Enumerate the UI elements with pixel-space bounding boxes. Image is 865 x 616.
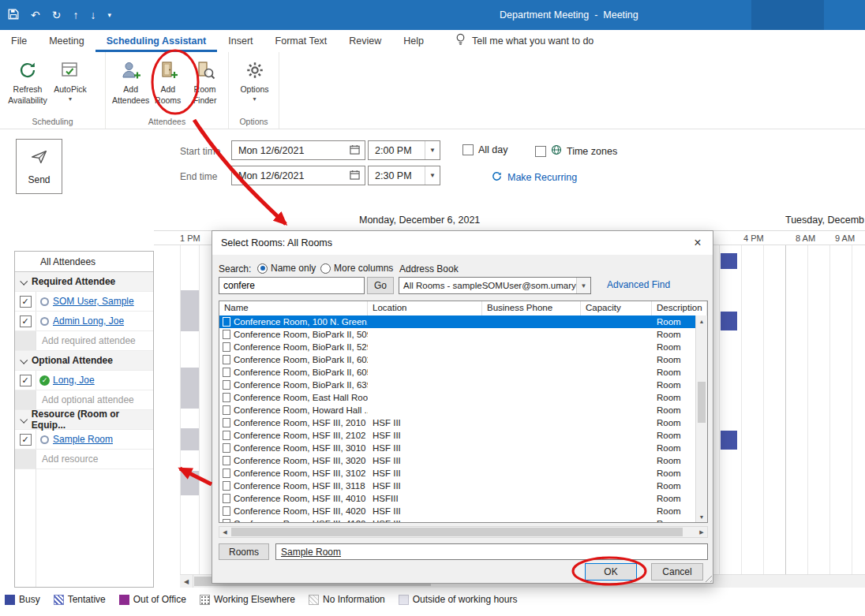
tell-me-search[interactable]: Tell me what you want to do	[455, 30, 594, 52]
scroll-up-icon[interactable]: ▲	[696, 315, 707, 327]
column-header-description[interactable]: Description	[652, 301, 707, 315]
end-date-field[interactable]: Mon 12/6/2021	[231, 166, 365, 185]
end-time-dropdown[interactable]: 2:30 PM ▼	[368, 166, 440, 185]
room-row[interactable]: Conference Room, HSF III, 3102 HSF III R…	[219, 467, 695, 480]
rooms-selection-field[interactable]: Sample Room	[275, 543, 708, 560]
attendee-link[interactable]: Admin Long, Joe	[53, 315, 124, 327]
resource-link[interactable]: Sample Room	[53, 434, 113, 445]
radio-selected-icon[interactable]	[257, 263, 268, 274]
attendee-link[interactable]: Long, Joe	[53, 375, 95, 386]
cancel-button[interactable]: Cancel	[651, 563, 703, 581]
ok-button[interactable]: OK	[585, 563, 637, 581]
room-row[interactable]: Conference Room, East Hall Roo... Room	[219, 391, 695, 404]
move-down-icon[interactable]: ↓	[90, 9, 95, 21]
room-row[interactable]: Conference Room, HSF III, 2102 HSF III R…	[219, 429, 695, 442]
tab-format-text[interactable]: Format Text	[264, 30, 339, 52]
send-label: Send	[28, 174, 50, 185]
room-row[interactable]: Conference Room, BioPark II, 509 Room	[219, 328, 695, 341]
undo-icon[interactable]: ↶	[31, 9, 40, 21]
start-time-dropdown[interactable]: 2:00 PM ▼	[368, 140, 440, 160]
name-only-radio[interactable]: Name only	[257, 263, 316, 274]
rooms-button[interactable]: Rooms	[219, 543, 269, 560]
add-resource-field[interactable]: Add resource	[15, 450, 153, 469]
room-row[interactable]: Conference Room, BioPark II, 529 Room	[219, 341, 695, 353]
chevron-down-icon[interactable]: ▼	[576, 278, 590, 293]
column-header-location[interactable]: Location	[368, 301, 482, 315]
calendar-icon[interactable]	[350, 144, 360, 157]
room-row[interactable]: Conference Room, Howard Hall ... Room	[219, 404, 695, 416]
tab-meeting[interactable]: Meeting	[38, 30, 95, 52]
room-finder-button[interactable]: Room Finder	[186, 56, 223, 106]
attendee-link[interactable]: SOM User, Sample	[53, 296, 134, 307]
scrollbar-thumb[interactable]	[698, 382, 706, 423]
grid-line	[719, 245, 720, 575]
room-row[interactable]: Conference Room, BioPark II, 639 Room	[219, 379, 695, 391]
tab-insert[interactable]: Insert	[217, 30, 264, 52]
resource-section[interactable]: Resource (Room or Equip...	[15, 410, 153, 430]
room-row[interactable]: Conference Room, HSF III, 4020 HSF III R…	[219, 505, 695, 517]
customize-toolbar-icon[interactable]: ▾	[107, 12, 111, 19]
tab-review[interactable]: Review	[338, 30, 392, 52]
room-row[interactable]: Conference Room, HSF III, 2010 HSF III R…	[219, 416, 695, 429]
calendar-icon[interactable]	[350, 170, 360, 182]
resize-grip[interactable]	[702, 573, 712, 582]
required-attendee-section[interactable]: Required Attendee	[15, 272, 153, 292]
attendee-checkbox[interactable]	[20, 315, 32, 327]
tab-help[interactable]: Help	[392, 30, 435, 52]
add-required-attendee-field[interactable]: Add required attendee	[15, 331, 153, 351]
add-rooms-button[interactable]: Add Rooms	[149, 56, 186, 106]
chevron-down-icon: ▾	[253, 95, 256, 103]
time-zones-checkbox[interactable]	[535, 146, 546, 157]
room-row[interactable]: Conference Room, HSF III, 3010 HSF III R…	[219, 442, 695, 454]
close-icon[interactable]: ×	[686, 231, 710, 255]
attendee-checkbox[interactable]	[20, 296, 32, 308]
room-row[interactable]: Conference Room, HSF III, 4120 HSF III R…	[219, 517, 695, 522]
room-row[interactable]: Conference Room, HSF III, 3118 HSF III R…	[219, 480, 695, 492]
gear-icon	[243, 58, 267, 82]
room-row[interactable]: Conference Room, HSF III, 4010 HSFIII Ro…	[219, 492, 695, 505]
start-date-field[interactable]: Mon 12/6/2021	[231, 140, 365, 160]
refresh-availability-button[interactable]: Refresh Availability	[6, 56, 49, 106]
scrollbar-thumb[interactable]	[231, 528, 683, 536]
scroll-left-icon[interactable]: ◀	[219, 527, 230, 537]
dialog-horizontal-scrollbar[interactable]: ◀ ▶	[219, 526, 708, 538]
attendee-row: Admin Long, Joe	[15, 312, 153, 331]
all-day-checkbox[interactable]	[462, 144, 474, 155]
chevron-down-icon[interactable]: ▼	[425, 166, 440, 185]
more-columns-radio[interactable]: More columns	[320, 263, 393, 274]
go-button[interactable]: Go	[367, 277, 394, 294]
attendee-checkbox[interactable]	[20, 434, 32, 446]
redo-icon[interactable]: ↻	[52, 9, 62, 21]
chevron-down-icon[interactable]: ▼	[425, 141, 440, 159]
scroll-left-icon[interactable]: ◀	[180, 575, 193, 588]
tab-scheduling-assistant[interactable]: Scheduling Assistant	[95, 30, 218, 52]
add-attendees-button[interactable]: Add Attendees	[112, 56, 149, 106]
column-header-name[interactable]: Name	[219, 301, 368, 315]
legend-label: Busy	[19, 594, 40, 605]
optional-attendee-section[interactable]: Optional Attendee	[15, 351, 153, 371]
room-row[interactable]: Conference Room, BioPark II, 605 Room	[219, 366, 695, 379]
add-optional-attendee-field[interactable]: Add optional attendee	[15, 390, 153, 410]
tab-file[interactable]: File	[0, 30, 38, 52]
room-row[interactable]: Conference Room, HSF III, 3020 HSF III R…	[219, 454, 695, 467]
advanced-find-link[interactable]: Advanced Find	[607, 279, 670, 290]
move-up-icon[interactable]: ↑	[73, 9, 78, 21]
room-row[interactable]: Conference Room, BioPark II, 602 Room	[219, 353, 695, 366]
scroll-right-icon[interactable]: ▶	[696, 527, 707, 537]
legend: Busy Tentative Out of Office Working Els…	[5, 594, 517, 605]
column-header-business-phone[interactable]: Business Phone	[482, 301, 581, 315]
options-button[interactable]: Options ▾	[235, 56, 274, 103]
autopick-button[interactable]: AutoPick ▾	[49, 56, 92, 103]
room-row[interactable]: Conference Room, 100 N. Green... Room	[219, 315, 695, 328]
rooms-table-scrollbar[interactable]: ▲ ▼	[695, 315, 707, 522]
attendee-checkbox[interactable]	[20, 375, 32, 386]
send-button[interactable]: Send	[16, 139, 62, 194]
save-icon[interactable]	[8, 9, 19, 21]
column-header-capacity[interactable]: Capacity	[581, 301, 652, 315]
address-book-dropdown[interactable]: All Rooms - sampleSOMUser@som.umaryla ▼	[399, 277, 591, 294]
scroll-down-icon[interactable]: ▼	[696, 511, 707, 522]
search-input[interactable]	[219, 277, 365, 294]
attendees-panel-header: All Attendees	[15, 252, 153, 272]
make-recurring-link[interactable]: Make Recurring	[491, 170, 577, 185]
radio-icon[interactable]	[320, 263, 331, 274]
